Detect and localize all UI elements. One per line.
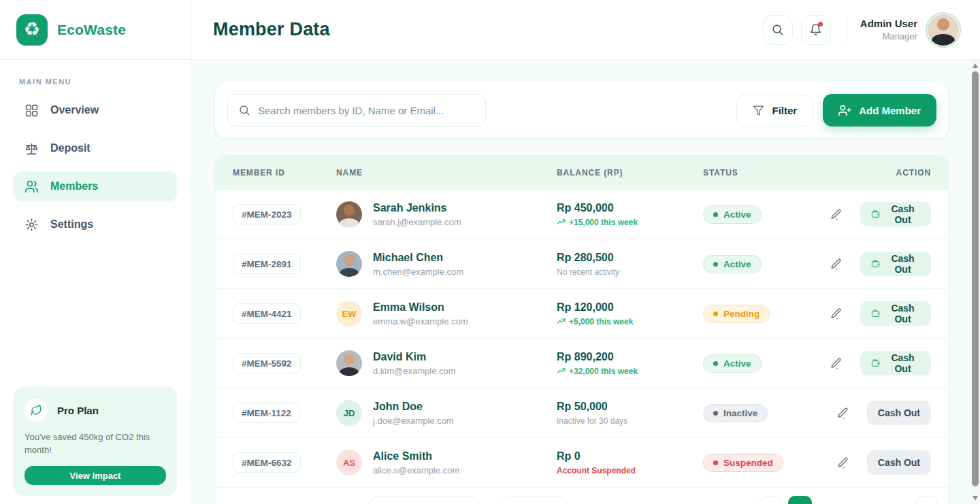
cash-out-button[interactable]: Cash Out [860, 202, 931, 226]
table-row: #MEM-2891 Michael Chen m.chen@example.co… [215, 239, 949, 288]
member-name: Alice Smith [373, 450, 459, 463]
page-title: Member Data [213, 19, 330, 40]
status-badge: Active [703, 354, 762, 373]
status-badge: Pending [703, 305, 770, 323]
edit-icon[interactable] [836, 407, 849, 420]
column-header-action: ACTION [830, 168, 931, 178]
trend-up-icon [557, 317, 566, 326]
scrollbar-up-arrow[interactable] [973, 63, 978, 68]
footer-button[interactable] [497, 496, 569, 504]
users-icon [24, 180, 39, 194]
member-email: j.doe@example.com [373, 416, 454, 426]
column-header-name: NAME [336, 168, 557, 178]
member-email: alice.s@example.com [373, 465, 459, 475]
table-row: #MEM-2023 Sarah Jenkins sarah.j@example.… [215, 189, 949, 239]
table-header-row: MEMBER ID NAME BALANCE (RP) STATUS ACTIO… [215, 156, 949, 189]
toolbar-card: Filter Add Member [214, 82, 949, 139]
view-impact-button[interactable]: View Impact [24, 466, 166, 485]
search-button[interactable] [763, 15, 793, 45]
wallet-icon [871, 308, 880, 319]
filter-icon [753, 105, 764, 116]
member-id-badge: #MEM-4421 [233, 303, 301, 324]
member-balance: Rp 120,000 [557, 301, 703, 314]
column-header-member-id: MEMBER ID [233, 168, 336, 178]
member-id-badge: #MEM-2023 [233, 204, 301, 224]
add-member-button[interactable]: Add Member [823, 94, 936, 127]
status-badge: Active [703, 255, 762, 273]
pagination-button[interactable] [916, 496, 938, 504]
footer-button[interactable] [366, 496, 480, 504]
sidebar-item-members[interactable]: Members [14, 171, 177, 201]
user-avatar[interactable] [926, 12, 961, 48]
member-name: John Doe [373, 401, 454, 413]
sidebar-item-settings[interactable]: Settings [14, 209, 177, 239]
cash-out-button[interactable]: Cash Out [867, 450, 931, 475]
cash-out-button[interactable]: Cash Out [860, 301, 931, 326]
cash-out-button[interactable]: Cash Out [860, 351, 931, 375]
sidebar-item-label: Members [50, 180, 98, 192]
pagination-active-page[interactable] [788, 496, 812, 504]
column-header-status: STATUS [703, 168, 830, 178]
balance-note: +32,000 this week [557, 367, 703, 376]
balance-note: Inactive for 30 days [557, 416, 703, 426]
sidebar-item-overview[interactable]: Overview [14, 95, 177, 125]
status-badge: Suspended [703, 454, 783, 472]
header-divider [846, 17, 847, 43]
cash-out-button[interactable]: Cash Out [867, 401, 931, 425]
wallet-icon [871, 258, 880, 269]
balance-note: +15,000 this week [557, 218, 703, 227]
table-footer [215, 487, 949, 504]
user-name: Admin User [860, 18, 917, 29]
balance-note: Account Suspended [557, 466, 703, 475]
edit-icon[interactable] [830, 208, 843, 221]
edit-icon[interactable] [830, 258, 843, 271]
member-search-input[interactable] [258, 105, 475, 116]
member-email: sarah.j@example.com [373, 217, 461, 227]
scrollbar[interactable] [970, 60, 980, 504]
scale-icon [24, 141, 39, 156]
brand: ♻ EcoWaste [0, 0, 191, 60]
notifications-button[interactable] [801, 15, 831, 45]
edit-icon[interactable] [836, 456, 849, 469]
status-badge: Inactive [703, 404, 768, 422]
search-icon [238, 104, 250, 116]
pagination-button[interactable] [760, 496, 782, 504]
member-email: d.kim@example.com [373, 366, 456, 376]
member-name: Emma Wilson [373, 301, 468, 314]
user-plus-icon [838, 104, 851, 117]
member-balance: Rp 0 [557, 450, 703, 463]
member-search-box [227, 94, 486, 127]
trend-up-icon [557, 218, 566, 226]
sidebar-item-deposit[interactable]: Deposit [14, 133, 177, 163]
scrollbar-thumb[interactable] [972, 71, 979, 486]
avatar [336, 251, 362, 277]
search-icon [771, 23, 784, 36]
sidebar-item-label: Settings [50, 218, 93, 231]
cash-out-button[interactable]: Cash Out [860, 252, 931, 276]
member-id-badge: #MEM-1122 [233, 403, 300, 423]
wallet-icon [871, 209, 880, 220]
table-row: #MEM-6632 AS Alice Smith alice.s@example… [215, 437, 949, 487]
leaf-icon [24, 399, 48, 422]
member-balance: Rp 450,000 [557, 202, 703, 214]
edit-icon[interactable] [830, 307, 843, 320]
edit-icon[interactable] [830, 357, 843, 370]
filter-label: Filter [772, 105, 797, 116]
trend-up-icon [557, 367, 566, 375]
scrollbar-down-arrow[interactable] [973, 496, 978, 501]
add-member-label: Add Member [859, 105, 921, 116]
filter-button[interactable]: Filter [736, 95, 813, 127]
member-name: Michael Chen [373, 252, 463, 264]
sidebar-section-label: MAIN MENU [19, 78, 191, 86]
member-balance: Rp 50,000 [557, 401, 703, 413]
recycle-glyph: ♻ [24, 20, 40, 39]
member-table-card: MEMBER ID NAME BALANCE (RP) STATUS ACTIO… [214, 155, 949, 504]
status-badge: Active [703, 205, 762, 224]
pro-plan-title: Pro Plan [57, 405, 99, 416]
avatar [336, 350, 362, 376]
column-header-balance: BALANCE (RP) [557, 168, 703, 178]
sidebar: ♻ EcoWaste MAIN MENU Overview Deposit Me… [0, 0, 191, 504]
grid-icon [24, 103, 39, 118]
pro-plan-card: Pro Plan You've saved 450kg of CO2 this … [14, 386, 177, 496]
member-balance: Rp 280,500 [557, 252, 703, 264]
